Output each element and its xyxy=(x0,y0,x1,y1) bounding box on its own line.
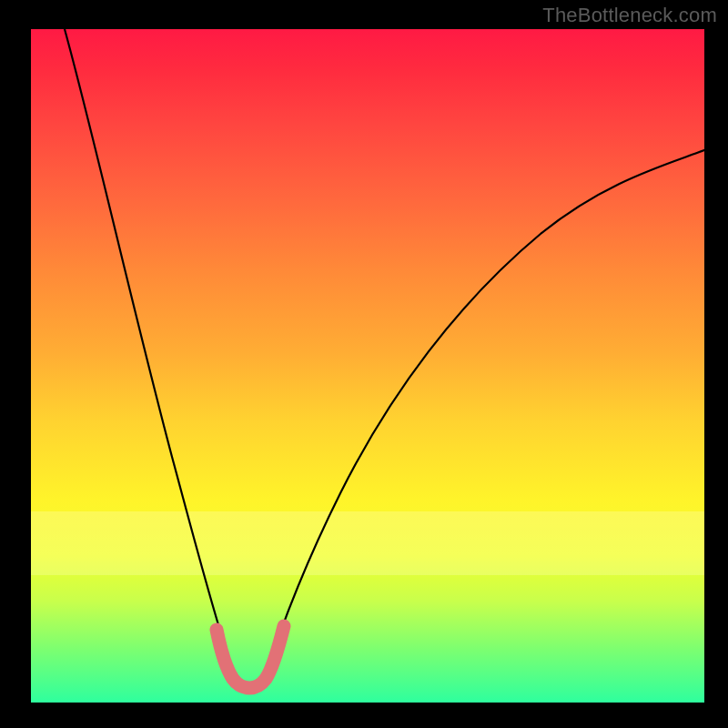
chart-frame: TheBottleneck.com xyxy=(0,0,728,728)
watermark-text: TheBottleneck.com xyxy=(542,4,717,27)
plot-area xyxy=(31,29,704,703)
curve-left-branch xyxy=(65,29,237,682)
curve-right-branch xyxy=(263,150,704,682)
valley-marker xyxy=(217,626,284,688)
curve-layer xyxy=(31,29,704,703)
